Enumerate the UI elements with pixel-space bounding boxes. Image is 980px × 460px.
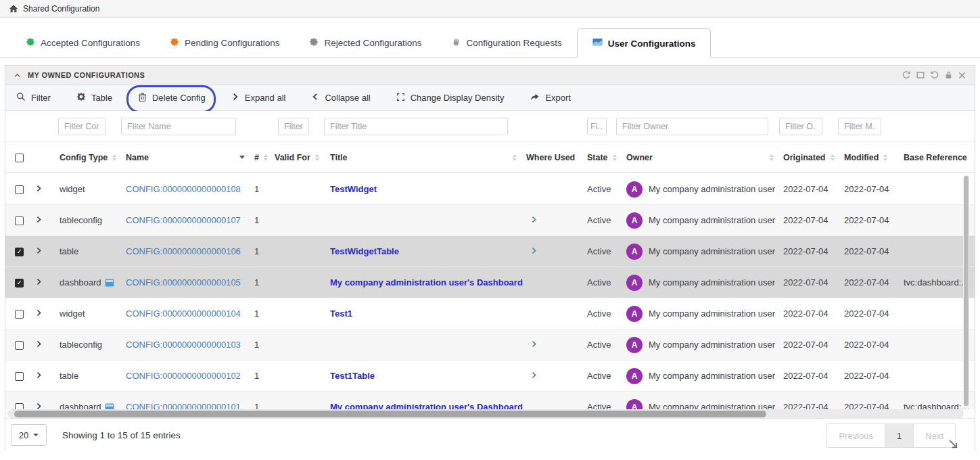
column-header-name[interactable]: Name	[126, 153, 149, 162]
row-checkbox[interactable]	[15, 403, 24, 409]
vertical-scrollbar-thumb[interactable]	[964, 176, 969, 406]
expand-all-button[interactable]: Expand all	[231, 93, 286, 103]
row-expand-icon[interactable]	[35, 278, 43, 285]
refresh-icon[interactable]	[902, 70, 911, 80]
column-header-where-used[interactable]: Where Used	[526, 153, 575, 162]
row-checkbox[interactable]	[15, 185, 24, 194]
column-header-owner[interactable]: Owner	[626, 153, 653, 162]
export-button[interactable]: Export	[530, 92, 571, 104]
filter-state-input[interactable]	[587, 118, 607, 135]
where-used-icon[interactable]	[530, 340, 538, 348]
tab-user-configurations[interactable]: User Configurations	[577, 28, 711, 58]
column-header-valid-for[interactable]: Valid For	[275, 153, 310, 162]
config-title-link[interactable]: TestWidgetTable	[330, 246, 399, 256]
delete-config-button[interactable]: Delete Config	[138, 92, 206, 104]
row-checkbox[interactable]	[15, 279, 24, 288]
config-name-link[interactable]: CONFIG:0000000000000105	[126, 277, 241, 288]
horizontal-scrollbar[interactable]	[7, 409, 964, 418]
row-checkbox[interactable]	[15, 372, 24, 381]
sort-icon[interactable]	[613, 154, 617, 161]
sort-icon[interactable]	[883, 154, 887, 161]
config-title-link[interactable]: Test1Table	[330, 371, 375, 381]
row-expand-icon[interactable]	[35, 402, 43, 409]
previous-page-button[interactable]: Previous	[827, 424, 885, 447]
row-expand-icon[interactable]	[35, 309, 43, 317]
filter-button[interactable]: Filter	[16, 92, 51, 104]
where-used-icon[interactable]	[530, 247, 538, 254]
sort-descending-icon[interactable]	[239, 156, 245, 159]
config-name-link[interactable]: CONFIG:0000000000000108	[126, 184, 241, 194]
state-cell: Active	[587, 340, 611, 350]
row-expand-icon[interactable]	[35, 371, 43, 379]
revision-cell: 1	[254, 184, 259, 194]
current-page-button[interactable]: 1	[885, 424, 914, 447]
horizontal-scrollbar-thumb[interactable]	[14, 411, 766, 417]
config-name-link[interactable]: CONFIG:0000000000000103	[126, 340, 241, 350]
filter-owner-input[interactable]	[616, 118, 768, 135]
filter-originated-input[interactable]	[779, 118, 822, 135]
filter-config-type-input[interactable]	[58, 118, 106, 135]
config-title-link[interactable]: Test1	[330, 308, 352, 319]
row-checkbox[interactable]	[15, 310, 24, 319]
sort-icon[interactable]	[264, 154, 268, 161]
filter-valid-for-input[interactable]	[278, 118, 309, 135]
column-header-modified[interactable]: Modified	[844, 153, 879, 162]
config-name-link[interactable]: CONFIG:0000000000000104	[126, 308, 241, 319]
where-used-icon[interactable]	[530, 371, 538, 379]
panel-title: MY OWNED CONFIGURATIONS	[28, 71, 145, 79]
sort-icon[interactable]	[315, 154, 319, 161]
resize-handle-icon[interactable]	[948, 438, 959, 453]
sort-icon[interactable]	[770, 154, 774, 161]
collapse-chevron-icon[interactable]	[14, 72, 21, 79]
collapse-all-button[interactable]: Collapse all	[311, 93, 370, 103]
vertical-scrollbar[interactable]	[963, 175, 969, 409]
tab-configuration-requests[interactable]: Configuration Requests	[437, 28, 577, 57]
table-settings-button[interactable]: Table	[76, 92, 112, 104]
column-header-base-reference[interactable]: Base Reference	[904, 153, 967, 162]
config-type-cell: tableconfig	[60, 340, 102, 350]
config-title-link[interactable]: TestWidget	[330, 184, 377, 194]
burst-icon	[26, 37, 35, 49]
config-name-link[interactable]: CONFIG:0000000000000101	[126, 402, 241, 409]
config-name-link[interactable]: CONFIG:0000000000000106	[126, 246, 241, 256]
row-checkbox[interactable]	[15, 248, 24, 256]
state-cell: Active	[587, 215, 611, 225]
lock-icon[interactable]	[944, 70, 953, 80]
maximize-icon[interactable]	[916, 70, 925, 80]
tab-pending-configurations[interactable]: Pending Configurations	[155, 28, 294, 57]
config-title-link[interactable]: My company administration user's Dashboa…	[330, 402, 523, 409]
close-icon[interactable]	[958, 71, 966, 80]
page-size-value: 20	[19, 430, 28, 440]
change-display-density-button[interactable]: Change Display Density	[396, 93, 505, 104]
tab-rejected-configurations[interactable]: Rejected Configurations	[294, 28, 436, 57]
sort-icon[interactable]	[513, 154, 517, 161]
row-expand-icon[interactable]	[35, 340, 43, 348]
row-checkbox[interactable]	[15, 216, 24, 225]
tab-accepted-configurations[interactable]: Accepted Configurations	[11, 28, 155, 57]
row-expand-icon[interactable]	[35, 185, 43, 192]
sort-icon[interactable]	[831, 154, 835, 161]
row-expand-icon[interactable]	[35, 247, 43, 254]
row-expand-icon[interactable]	[35, 216, 43, 223]
filter-name-input[interactable]	[121, 118, 236, 135]
config-name-link[interactable]: CONFIG:0000000000000102	[126, 371, 241, 381]
column-header-title[interactable]: Title	[330, 153, 347, 162]
originated-cell: 2022-07-04	[783, 340, 829, 350]
page-size-select[interactable]: 20	[11, 424, 47, 446]
filter-modified-input[interactable]	[838, 118, 881, 135]
column-header-originated[interactable]: Originated	[783, 153, 826, 162]
column-header-state[interactable]: State	[587, 153, 608, 162]
sort-icon[interactable]	[112, 154, 116, 161]
config-name-link[interactable]: CONFIG:0000000000000107	[126, 215, 241, 225]
filter-row	[5, 111, 975, 142]
undo-icon[interactable]	[930, 70, 939, 80]
config-title-link[interactable]: My company administration user's Dashboa…	[330, 277, 523, 288]
column-header-config-type[interactable]: Config Type	[60, 153, 108, 162]
filter-title-input[interactable]	[324, 118, 508, 135]
row-checkbox[interactable]	[15, 341, 24, 350]
column-header-revision[interactable]: #	[254, 153, 259, 162]
owner-avatar: A	[626, 368, 643, 384]
where-used-icon[interactable]	[530, 216, 538, 223]
owner-avatar: A	[626, 399, 643, 410]
select-all-checkbox[interactable]	[15, 154, 24, 162]
